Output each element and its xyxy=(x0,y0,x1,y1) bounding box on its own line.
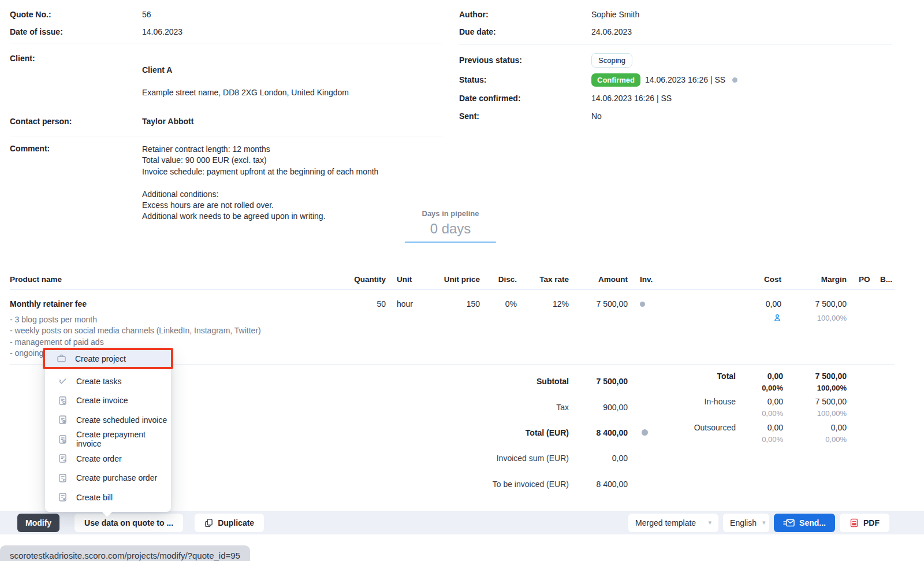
in-house-margin-value: 7 500,00 xyxy=(783,397,847,406)
status-badge[interactable]: Confirmed xyxy=(591,73,640,87)
send-icon xyxy=(783,519,795,527)
use-data-on-quote-button[interactable]: Use data on quote to ... xyxy=(74,514,183,532)
menu-item-create-bill[interactable]: Create bill xyxy=(45,488,171,507)
days-in-pipeline-value: 0 days xyxy=(405,221,496,237)
scheduled-invoice-icon xyxy=(58,415,68,425)
total-cost-value: 0,00 xyxy=(736,371,783,381)
tax-value: 900,00 xyxy=(569,403,628,412)
column-product-name: Product name xyxy=(10,275,351,284)
to-be-invoiced-value: 8 400,00 xyxy=(569,480,628,489)
margin-value: 7 500,00 xyxy=(781,299,847,309)
previous-status-label: Previous status: xyxy=(459,55,591,65)
total-eur-value: 8 400,00 xyxy=(569,428,628,437)
sent-label: Sent: xyxy=(459,112,591,121)
menu-item-create-order[interactable]: Create order xyxy=(45,449,171,469)
bill-icon xyxy=(58,492,68,502)
outsourced-margin-value: 0,00 xyxy=(783,423,847,432)
po-cell xyxy=(847,299,871,309)
menu-item-create-invoice[interactable]: Create invoice xyxy=(45,391,171,411)
menu-item-label: Create prepayment invoice xyxy=(76,430,171,448)
total-row-label: Total xyxy=(635,371,736,381)
pdf-icon xyxy=(850,518,859,527)
column-amount: Amount xyxy=(569,275,628,284)
date-confirmed-label: Date confirmed: xyxy=(459,94,591,103)
unit-price-value: 150 xyxy=(432,299,480,309)
b-cell xyxy=(871,299,904,309)
column-b: B... xyxy=(871,275,904,284)
comment-text: Retainer contract length: 12 months Tota… xyxy=(142,144,378,222)
briefcase-icon xyxy=(57,354,66,363)
outsourced-cost-pct: 0,00% xyxy=(736,435,783,445)
outsourced-margin-pct: 0,00% xyxy=(783,435,847,445)
menu-item-create-purchase-order[interactable]: Create purchase order xyxy=(45,469,171,488)
menu-item-label: Create project xyxy=(75,354,126,363)
menu-item-create-tasks[interactable]: Create tasks xyxy=(45,371,171,391)
comment-label: Comment: xyxy=(10,144,142,153)
column-po: PO xyxy=(847,275,871,284)
use-data-dropdown-menu: Create project Create tasks Create invoi… xyxy=(45,349,171,512)
amount-value: 7 500,00 xyxy=(569,299,628,309)
outsourced-row: Outsourced 0,00 0,00 0,00% 0,00% xyxy=(635,420,847,445)
total-margin-pct: 100,00% xyxy=(783,384,847,393)
pipeline-underline xyxy=(405,242,496,243)
bottom-action-bar: Modify Use data on quote to ... Duplicat… xyxy=(0,511,924,534)
status-label: Status: xyxy=(459,75,591,84)
due-date-value: 24.06.2023 xyxy=(591,27,632,36)
language-select[interactable]: English ▾ xyxy=(723,514,769,532)
quote-no-label: Quote No.: xyxy=(10,10,142,19)
cost-margin-summary: Total 0,00 7 500,00 0,00% 100,00% In-hou… xyxy=(635,369,847,445)
quantity-value: 50 xyxy=(351,299,386,309)
author-label: Author: xyxy=(459,10,591,19)
pdf-button[interactable]: PDF xyxy=(840,514,889,532)
send-label: Send... xyxy=(799,518,826,527)
contact-person-label: Contact person: xyxy=(10,117,142,126)
menu-item-create-scheduled-invoice[interactable]: Create scheduled invoice xyxy=(45,410,171,430)
product-name: Monthly retainer fee xyxy=(10,299,351,309)
unit-value: hour xyxy=(386,299,432,309)
duplicate-button[interactable]: Duplicate xyxy=(195,514,264,532)
tax-rate-value: 12% xyxy=(517,299,569,309)
invoice-icon xyxy=(58,396,68,406)
disc-value: 0% xyxy=(480,299,517,309)
status-indicator-dot xyxy=(732,77,737,83)
menu-item-label: Create invoice xyxy=(76,396,128,405)
send-button[interactable]: Send... xyxy=(774,514,835,532)
menu-item-create-project[interactable]: Create project xyxy=(43,348,173,369)
client-name: Client A xyxy=(142,65,349,76)
menu-item-create-prepayment-invoice[interactable]: Create prepayment invoice xyxy=(45,430,171,449)
outsourced-cost-value: 0,00 xyxy=(736,423,783,432)
date-confirmed-value: 14.06.2023 16:26 | SS xyxy=(591,94,672,103)
menu-item-label: Create order xyxy=(76,454,122,463)
column-unit: Unit xyxy=(386,275,432,284)
contact-person-value: Taylor Abbott xyxy=(142,117,193,126)
pdf-label: PDF xyxy=(863,518,880,527)
date-of-issue-label: Date of issue: xyxy=(10,27,142,36)
divider xyxy=(10,136,442,136)
purchase-order-icon xyxy=(58,473,68,483)
quote-details-section: Quote No.: 56 Date of issue: 14.06.2023 … xyxy=(10,10,442,222)
product-table-header: Product name Quantity Unit Unit price Di… xyxy=(10,275,904,284)
previous-status-badge: Scoping xyxy=(591,53,632,68)
in-house-margin-pct: 100,00% xyxy=(783,409,847,419)
author-value: Sophie Smith xyxy=(591,10,639,19)
column-tax-rate: Tax rate xyxy=(517,275,569,284)
quote-no-value: 56 xyxy=(142,10,151,19)
column-inv: Inv. xyxy=(628,275,667,284)
menu-item-label: Create tasks xyxy=(76,377,122,386)
chevron-down-icon: ▾ xyxy=(757,519,766,526)
total-cost-pct: 0,00% xyxy=(736,384,783,393)
order-icon xyxy=(58,454,68,463)
column-disc: Disc. xyxy=(480,275,517,284)
due-date-label: Due date: xyxy=(459,27,591,36)
quote-detail-page: { "quote_details": { "quote_no_label": "… xyxy=(0,0,924,561)
sent-value: No xyxy=(591,112,602,121)
in-house-person-icon xyxy=(667,314,781,322)
modify-button[interactable]: Modify xyxy=(17,514,59,532)
client-label: Client: xyxy=(10,54,142,63)
column-margin: Margin xyxy=(781,275,847,284)
date-of-issue-value: 14.06.2023 xyxy=(142,27,182,36)
template-select[interactable]: Merged template ▾ xyxy=(628,514,718,532)
in-house-cost-value: 0,00 xyxy=(736,397,783,406)
menu-item-label: Create scheduled invoice xyxy=(76,415,167,425)
menu-item-label: Create purchase order xyxy=(76,473,157,482)
